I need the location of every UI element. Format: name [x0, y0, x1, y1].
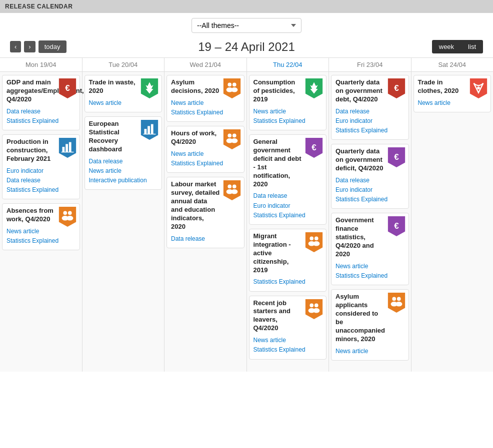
event-link[interactable]: Statistics Explained: [6, 116, 76, 126]
event-link[interactable]: News article: [336, 347, 404, 356]
event-link[interactable]: Statistics Explained: [254, 277, 322, 287]
svg-point-30: [232, 185, 236, 189]
event-link[interactable]: Statistics Explained: [171, 108, 240, 117]
svg-point-53: [392, 297, 396, 301]
list-view-button[interactable]: list: [461, 40, 483, 53]
nature-icon: [305, 78, 323, 98]
week-view-button[interactable]: week: [432, 40, 461, 53]
svg-point-11: [66, 216, 73, 221]
svg-point-56: [396, 302, 402, 307]
bar-icon: [58, 138, 76, 158]
event-link[interactable]: Data release: [89, 157, 158, 166]
event-card: European Statistical Recovery dashboardD…: [84, 116, 162, 190]
day-column: Sat 24/04 Trade in clothes, 2020News art…: [412, 58, 494, 372]
event-link[interactable]: Statistics Explained: [336, 126, 404, 135]
next-button[interactable]: ›: [24, 41, 35, 52]
event-card: €General government deficit and debt - 1…: [249, 134, 327, 225]
event-link[interactable]: Interactive publication: [89, 176, 158, 185]
day-column: Mon 19/04 €GDP and main aggregates/Emplo…: [0, 58, 82, 372]
event-link[interactable]: Statistics Explained: [6, 185, 76, 195]
day-header: Thu 22/04: [247, 58, 329, 72]
event-card: Hours of work, Q4/2020News articleStatis…: [166, 126, 244, 173]
event-link[interactable]: News article: [89, 98, 158, 108]
event-card: Migrant integration - active citizenship…: [249, 229, 327, 292]
theme-select[interactable]: --All themes--: [192, 18, 302, 33]
svg-rect-3: [62, 147, 64, 152]
people-icon: [305, 299, 323, 319]
event-link[interactable]: Data release: [336, 107, 404, 116]
svg-text:€: €: [65, 83, 70, 93]
day-body: Consumption of pesticides, 2019News arti…: [247, 72, 329, 372]
calendar-grid: Mon 19/04 €GDP and main aggregates/Emplo…: [0, 57, 493, 372]
svg-rect-14: [144, 129, 147, 134]
event-card: Absences from work, Q4/2020News articleS…: [2, 203, 80, 250]
event-link[interactable]: Data release: [336, 176, 404, 185]
euro-icon: €: [388, 147, 406, 167]
day-body: Trade in clothes, 2020News article: [412, 72, 494, 372]
event-link[interactable]: News article: [89, 166, 158, 176]
event-link[interactable]: News article: [171, 149, 240, 159]
day-header: Fri 23/04: [329, 58, 411, 72]
svg-point-58: [477, 86, 480, 89]
day-header: Sat 24/04: [412, 58, 494, 72]
event-link[interactable]: Data release: [254, 191, 322, 201]
event-link[interactable]: News article: [336, 262, 404, 271]
event-link[interactable]: News article: [6, 227, 76, 236]
people-icon: [58, 207, 76, 227]
event-link[interactable]: News article: [254, 336, 322, 345]
event-link[interactable]: News article: [418, 98, 487, 108]
euro-icon: €: [305, 138, 323, 158]
event-card: Production in construction, February 202…: [2, 134, 80, 199]
top-bar: RELEASE CALENDAR: [0, 0, 493, 13]
event-link[interactable]: Statistics Explained: [336, 271, 404, 281]
svg-point-9: [68, 211, 72, 215]
event-link[interactable]: Euro indicator: [6, 166, 76, 176]
day-column: Wed 21/04 Asylum decisions, 2020News art…: [164, 58, 247, 372]
prev-button[interactable]: ‹: [10, 41, 21, 52]
event-link[interactable]: Data release: [171, 234, 240, 244]
event-link[interactable]: Statistics Explained: [6, 236, 76, 246]
today-button[interactable]: today: [38, 40, 66, 53]
svg-rect-4: [66, 144, 68, 152]
event-card: Recent job starters and leavers, Q4/2020…: [249, 296, 327, 360]
people-icon: [388, 293, 406, 313]
event-link[interactable]: Statistics Explained: [254, 211, 322, 220]
svg-text:€: €: [394, 152, 399, 162]
svg-point-37: [310, 237, 314, 241]
event-link[interactable]: Statistics Explained: [254, 116, 322, 126]
controls-row: --All themes--: [0, 13, 493, 38]
euro-icon: €: [58, 78, 76, 98]
svg-point-38: [314, 237, 318, 241]
svg-point-29: [228, 185, 232, 189]
view-buttons: week list: [432, 40, 483, 53]
event-link[interactable]: Euro indicator: [336, 116, 404, 126]
svg-point-54: [396, 297, 400, 301]
event-link[interactable]: Euro indicator: [254, 201, 322, 211]
event-card: Trade in clothes, 2020News article: [414, 75, 492, 112]
event-card: Labour market survey, detailed annual da…: [166, 177, 244, 248]
ribbon-icon: [470, 78, 488, 98]
week-title: 19 – 24 April 2021: [198, 40, 295, 54]
event-link[interactable]: News article: [254, 107, 322, 116]
svg-text:€: €: [394, 221, 399, 231]
bar-icon: [140, 120, 158, 140]
day-column: Fri 23/04 €Quarterly data on government …: [329, 58, 412, 372]
event-link[interactable]: Data release: [6, 176, 76, 185]
app-title: RELEASE CALENDAR: [5, 3, 72, 10]
svg-point-40: [313, 241, 320, 246]
event-link[interactable]: Data release: [6, 107, 76, 116]
day-header: Wed 21/04: [164, 58, 246, 72]
event-link[interactable]: Statistics Explained: [254, 345, 322, 355]
svg-rect-15: [148, 126, 150, 134]
event-card: €Quarterly data on government debt, Q4/2…: [331, 75, 409, 140]
day-body: Trade in waste, 2020News article Europea…: [82, 72, 164, 372]
event-link[interactable]: Statistics Explained: [171, 159, 240, 168]
svg-point-27: [231, 138, 238, 143]
event-link[interactable]: Statistics Explained: [336, 195, 404, 204]
event-link[interactable]: News article: [171, 98, 240, 108]
svg-point-45: [313, 308, 320, 313]
day-column: Thu 22/04 Consumption of pesticides, 201…: [247, 58, 330, 372]
event-link[interactable]: Euro indicator: [336, 185, 404, 195]
event-card: Trade in waste, 2020News article: [84, 75, 162, 112]
people-icon: [305, 232, 323, 252]
